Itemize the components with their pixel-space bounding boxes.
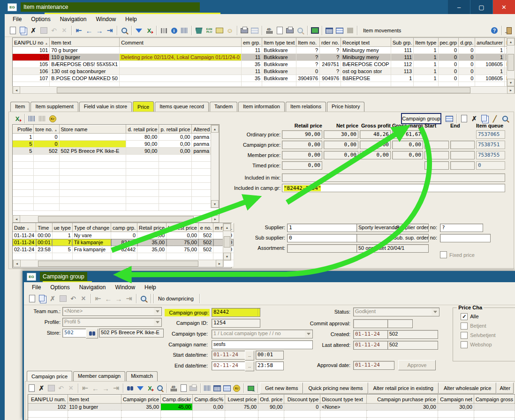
undo-icon[interactable] bbox=[56, 383, 66, 393]
col-campaign-net[interactable]: Campaign net bbox=[438, 395, 474, 404]
col-spec-grp[interactable]: pec.grp bbox=[438, 38, 459, 47]
history-row[interactable]: 02-11-2423:58 5Fra kampanje 8244235,00 7… bbox=[13, 246, 234, 253]
tab-campaign-price[interactable]: Campaign price bbox=[27, 371, 72, 382]
smiley-icon[interactable] bbox=[225, 26, 235, 35]
col-type-of-change[interactable]: Type of change bbox=[72, 224, 111, 232]
search-icon[interactable] bbox=[500, 114, 510, 123]
menu-window[interactable]: Window bbox=[91, 15, 120, 24]
start-date-field[interactable]: 01-11-24 bbox=[212, 351, 247, 360]
col-d-grp[interactable]: d.grp. bbox=[459, 38, 475, 47]
nav-first-icon[interactable] bbox=[93, 294, 103, 303]
col-ord-retail-price[interactable]: d. retail price bbox=[126, 125, 159, 134]
send-to-store-icon[interactable] bbox=[246, 383, 256, 393]
col-camp-disc-kr[interactable]: Camp.disckr bbox=[161, 395, 193, 404]
tab-price[interactable]: Price bbox=[133, 101, 154, 112]
item-row[interactable]: 102110 g burger Deleting price 02/11/24,… bbox=[13, 54, 515, 61]
col-store-no[interactable]: e no. bbox=[198, 224, 213, 232]
excel-export-icon[interactable] bbox=[12, 114, 23, 123]
campaign-name-field[interactable]: sesfs bbox=[212, 340, 313, 349]
fixed-price-checkbox[interactable] bbox=[440, 251, 447, 258]
save-icon[interactable] bbox=[38, 26, 49, 35]
campaign-item-row[interactable] bbox=[28, 411, 515, 418]
col-retail-price[interactable]: Retail price bbox=[137, 224, 167, 232]
tab-member-campaign[interactable]: Member campaign bbox=[73, 371, 125, 381]
delete-icon[interactable] bbox=[37, 383, 46, 393]
items-vscrollbar[interactable] bbox=[507, 38, 515, 87]
nav-last-icon[interactable] bbox=[111, 383, 121, 393]
menu-navigation[interactable]: Navigation bbox=[56, 15, 91, 24]
campaign-retail-field[interactable]: 0,00 bbox=[282, 141, 322, 149]
edit-icon[interactable] bbox=[490, 114, 500, 123]
store-no-field[interactable]: 502 bbox=[62, 329, 88, 338]
member-end-field[interactable] bbox=[450, 151, 475, 159]
exit-icon[interactable] bbox=[504, 26, 514, 35]
excel-export-icon[interactable] bbox=[145, 383, 155, 393]
delete-icon[interactable] bbox=[469, 114, 479, 123]
print-icon[interactable] bbox=[239, 26, 250, 35]
tab-field-value-in-store[interactable]: Field value in store bbox=[79, 102, 132, 112]
history-vscrollbar[interactable] bbox=[223, 223, 231, 261]
end-date-field[interactable]: 02-11-24 bbox=[212, 361, 247, 370]
maximize-button[interactable] bbox=[470, 0, 492, 14]
sub-supplier-no-field[interactable]: 0 bbox=[287, 234, 357, 242]
nav-next-icon[interactable] bbox=[100, 383, 111, 393]
delete-icon[interactable] bbox=[28, 26, 38, 35]
main-titlebar[interactable]: Item maintenance bbox=[5, 0, 515, 14]
end-date-browse-button[interactable]: ... bbox=[245, 361, 254, 371]
copy-rows-icon[interactable] bbox=[444, 114, 454, 123]
menu-options[interactable]: Options bbox=[27, 15, 54, 24]
store-row[interactable] bbox=[13, 169, 219, 176]
menu-navigation[interactable]: Navigation bbox=[75, 283, 110, 292]
import-document-icon[interactable] bbox=[179, 383, 189, 393]
assortment-no-field[interactable] bbox=[287, 244, 357, 253]
webshop-checkbox[interactable] bbox=[461, 341, 468, 348]
filter-icon[interactable] bbox=[135, 383, 145, 393]
col-ean-plu-num[interactable]: EAN/PLU num. bbox=[28, 395, 68, 404]
col-profile[interactable]: Profile bbox=[13, 125, 34, 134]
nav-previous-icon[interactable] bbox=[90, 383, 100, 393]
print-document-icon[interactable] bbox=[189, 383, 198, 393]
col-camp-retail-price[interactable]: p. retail price bbox=[159, 125, 192, 134]
nav-first-icon[interactable] bbox=[80, 383, 90, 393]
tab-mixmatch[interactable]: Mixmatch bbox=[126, 371, 158, 381]
campaign-start-field[interactable] bbox=[424, 141, 449, 149]
cancel-icon[interactable] bbox=[66, 383, 76, 393]
search-icon[interactable] bbox=[119, 26, 129, 35]
cancel-icon[interactable] bbox=[59, 26, 69, 35]
store-row[interactable] bbox=[13, 204, 219, 211]
campaign-item-row[interactable]: 102110 g burger 35,0045,00 0,0075,00 90,… bbox=[28, 404, 515, 411]
sub-sup-order-no-field[interactable] bbox=[440, 234, 491, 242]
nav-previous-icon[interactable] bbox=[103, 294, 114, 303]
excel-export-icon[interactable] bbox=[144, 26, 154, 35]
menu-options[interactable]: Options bbox=[46, 283, 74, 292]
team-num-select[interactable]: <None> bbox=[62, 307, 162, 316]
new-document-icon[interactable] bbox=[27, 294, 37, 303]
col-camp-disc-pct[interactable]: Camp.disc% bbox=[193, 395, 225, 404]
alter-retail-price-button[interactable]: Alter retail price in existing bbox=[368, 382, 439, 394]
store-row[interactable] bbox=[13, 190, 219, 197]
copy-icon[interactable] bbox=[479, 114, 490, 123]
tab-item[interactable]: Item bbox=[10, 102, 30, 112]
history-row[interactable]: 01-11-2400:01 7Til kampanje 8244235,00 7… bbox=[13, 239, 234, 246]
menu-file[interactable]: File bbox=[28, 283, 45, 292]
stores-vscrollbar[interactable] bbox=[211, 125, 219, 208]
timed-end-field[interactable] bbox=[450, 161, 475, 170]
campaign-end-field[interactable] bbox=[450, 141, 475, 149]
print-document-icon[interactable] bbox=[285, 26, 295, 35]
timed-start-field[interactable] bbox=[424, 161, 449, 170]
new-document-icon[interactable] bbox=[8, 26, 18, 35]
menu-help[interactable]: Help bbox=[121, 15, 141, 24]
quick-pricing-new-items-button[interactable]: Quick pricing new items bbox=[303, 382, 368, 394]
store-row[interactable]: 50 90,00 0,00panma bbox=[13, 141, 219, 148]
help-icon[interactable] bbox=[489, 26, 500, 35]
currency-icon[interactable] bbox=[47, 114, 58, 123]
menu-file[interactable]: File bbox=[8, 15, 26, 24]
new-document-icon[interactable] bbox=[27, 383, 37, 393]
timed-retail-field[interactable]: 0,00 bbox=[282, 161, 322, 170]
store-row[interactable] bbox=[13, 176, 219, 183]
member-start-field[interactable] bbox=[424, 151, 449, 159]
col-manufacturer[interactable]: anufacturer bbox=[475, 38, 505, 47]
col-store-name[interactable]: Store name bbox=[59, 125, 126, 134]
barcode-blue-icon[interactable] bbox=[27, 114, 37, 123]
monitor-icon[interactable] bbox=[310, 26, 320, 35]
